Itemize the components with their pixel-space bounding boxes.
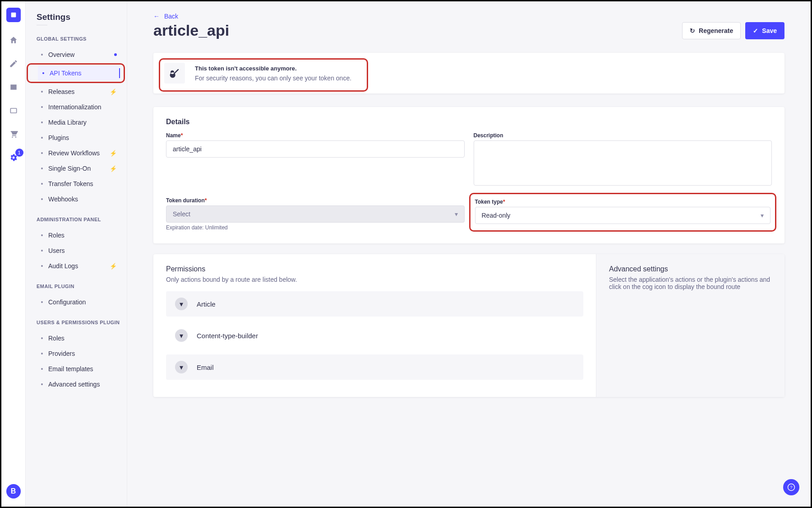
type-field-group: Token type* Read-only ▾ xyxy=(474,197,772,231)
nav-i18n[interactable]: Internationalization xyxy=(37,99,121,115)
nav-label: Configuration xyxy=(48,298,86,306)
main-content: ← Back article_api ↻ Regenerate ✓ Save xyxy=(127,1,811,507)
help-button[interactable]: ? xyxy=(783,479,799,495)
nav-transfer-tokens[interactable]: Transfer Tokens xyxy=(37,176,121,191)
perm-item-email[interactable]: ▾ Email xyxy=(166,354,583,380)
caret-down-icon: ▾ xyxy=(175,329,188,342)
user-avatar[interactable]: B xyxy=(6,484,21,499)
nav-label: Roles xyxy=(48,335,65,342)
bolt-icon: ⚡ xyxy=(110,263,117,270)
bolt-icon: ⚡ xyxy=(110,165,117,172)
advanced-panel: Advanced settings Select the application… xyxy=(596,254,784,397)
duration-helper: Expiration date: Unlimited xyxy=(166,224,465,231)
nav-releases[interactable]: Releases⚡ xyxy=(37,84,121,99)
type-value: Read-only xyxy=(482,212,511,219)
pen-icon[interactable] xyxy=(8,58,19,69)
home-icon[interactable] xyxy=(8,35,19,46)
nav-label: Email templates xyxy=(48,365,93,373)
nav-label: Media Library xyxy=(48,119,87,126)
nav-label: Roles xyxy=(48,232,65,239)
nav-label: Releases xyxy=(48,88,74,95)
desc-input[interactable] xyxy=(474,140,772,186)
media-icon[interactable] xyxy=(8,82,19,93)
nav-label: API Tokens xyxy=(50,70,82,77)
nav-label: Providers xyxy=(48,350,75,357)
type-select[interactable]: Read-only ▾ xyxy=(475,207,771,224)
warning-subtitle: For security reasons, you can only see y… xyxy=(195,75,351,82)
arrow-left-icon: ← xyxy=(153,13,160,20)
advanced-subtitle: Select the application's actions or the … xyxy=(609,276,772,290)
nav-label: Transfer Tokens xyxy=(48,180,93,187)
settings-title: Settings xyxy=(37,12,121,22)
permissions-heading: Permissions xyxy=(166,265,583,273)
nav-upp-advanced[interactable]: Advanced settings xyxy=(37,377,121,392)
nav-admin-users[interactable]: Users xyxy=(37,243,121,258)
nav-plugins[interactable]: Plugins xyxy=(37,130,121,145)
section-global: GLOBAL SETTINGS xyxy=(37,36,121,42)
nav-sso[interactable]: Single Sign-On⚡ xyxy=(37,161,121,176)
perm-item-article[interactable]: ▾ Article xyxy=(166,291,583,317)
nav-label: Review Workflows xyxy=(48,149,100,157)
nav-label: Overview xyxy=(48,51,74,58)
save-button[interactable]: ✓ Save xyxy=(745,22,784,39)
nav-upp-providers[interactable]: Providers xyxy=(37,346,121,361)
caret-down-icon: ▾ xyxy=(455,210,458,218)
settings-icon[interactable]: 1 xyxy=(8,152,19,163)
warning-title: This token isn't accessible anymore. xyxy=(195,65,351,72)
details-heading: Details xyxy=(166,118,772,126)
back-link[interactable]: ← Back xyxy=(153,13,178,20)
layout-icon[interactable] xyxy=(8,105,19,116)
settings-sidebar: Settings GLOBAL SETTINGS Overview API To… xyxy=(26,1,127,507)
perm-label: Article xyxy=(197,300,216,308)
permissions-left: Permissions Only actions bound by a rout… xyxy=(153,254,596,397)
nav-upp-templates[interactable]: Email templates xyxy=(37,361,121,377)
settings-badge: 1 xyxy=(15,149,23,157)
section-upp: USERS & PERMISSIONS PLUGIN xyxy=(37,320,121,325)
section-email: EMAIL PLUGIN xyxy=(37,284,121,289)
back-label: Back xyxy=(164,13,178,20)
caret-down-icon: ▾ xyxy=(175,361,188,373)
advanced-heading: Advanced settings xyxy=(609,265,772,273)
name-label: Name* xyxy=(166,132,465,139)
token-warning-card: This token isn't accessible anymore. For… xyxy=(153,53,784,93)
nav-webhooks[interactable]: Webhooks xyxy=(37,191,121,207)
nav-api-tokens[interactable]: API Tokens xyxy=(38,65,120,81)
save-label: Save xyxy=(762,27,777,34)
nav-email-config[interactable]: Configuration xyxy=(37,294,121,310)
details-card: Details Name* Description Token duration… xyxy=(153,107,784,243)
cart-icon[interactable] xyxy=(8,129,19,140)
bolt-icon: ⚡ xyxy=(110,89,117,95)
permissions-subtitle: Only actions bound by a route are listed… xyxy=(166,276,583,283)
svg-rect-0 xyxy=(11,13,16,18)
nav-label: Internationalization xyxy=(48,103,102,111)
svg-text:?: ? xyxy=(790,485,792,489)
bolt-icon: ⚡ xyxy=(110,150,117,157)
app-logo[interactable] xyxy=(6,8,21,22)
name-input[interactable] xyxy=(166,140,465,158)
nav-audit-logs[interactable]: Audit Logs⚡ xyxy=(37,258,121,274)
name-field-group: Name* xyxy=(166,132,465,187)
duration-value: Select xyxy=(173,210,190,218)
nav-label: Advanced settings xyxy=(48,381,100,388)
nav-upp-roles[interactable]: Roles xyxy=(37,331,121,346)
perm-label: Content-type-builder xyxy=(197,332,258,340)
check-icon: ✓ xyxy=(753,27,758,34)
refresh-icon: ↻ xyxy=(690,27,695,34)
nav-label: Webhooks xyxy=(48,196,78,203)
update-dot-icon xyxy=(114,53,117,56)
duration-select[interactable]: Select ▾ xyxy=(166,205,465,223)
type-label: Token type* xyxy=(475,199,771,205)
regenerate-label: Regenerate xyxy=(699,27,733,34)
svg-point-3 xyxy=(15,136,16,138)
nav-overview[interactable]: Overview xyxy=(37,47,121,62)
nav-admin-roles[interactable]: Roles xyxy=(37,228,121,243)
caret-down-icon: ▾ xyxy=(761,212,764,219)
section-admin: ADMINISTRATION PANEL xyxy=(37,217,121,222)
nav-review-workflows[interactable]: Review Workflows⚡ xyxy=(37,145,121,161)
icon-rail: 1 B xyxy=(1,1,26,507)
nav-media[interactable]: Media Library xyxy=(37,115,121,130)
nav-label: Audit Logs xyxy=(48,262,78,270)
regenerate-button[interactable]: ↻ Regenerate xyxy=(682,22,741,39)
svg-point-2 xyxy=(12,136,13,138)
perm-item-ctb[interactable]: ▾ Content-type-builder xyxy=(166,323,583,348)
